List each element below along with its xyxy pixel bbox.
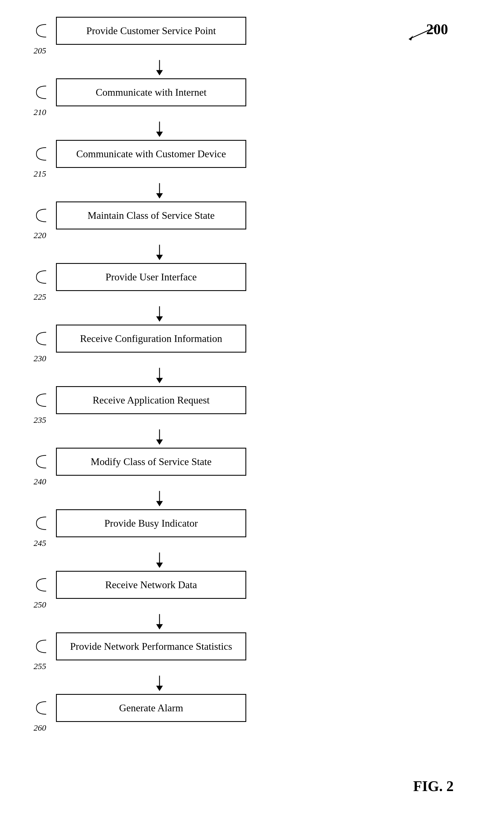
step-row-205: Provide Customer Service Point <box>34 17 263 45</box>
bracket-205 <box>34 23 49 39</box>
step-225: Provide User Interface225 <box>34 263 263 291</box>
svg-marker-13 <box>156 378 163 383</box>
step-number-220: 220 <box>34 231 46 240</box>
step-box-250: Receive Network Data <box>56 571 246 599</box>
arrow-205 <box>65 59 255 76</box>
step-245: Provide Busy Indicator245 <box>34 509 263 537</box>
step-255: Provide Network Performance Statistics25… <box>34 632 263 660</box>
step-number-235: 235 <box>34 415 46 425</box>
step-box-205: Provide Customer Service Point <box>56 17 246 45</box>
step-260: Generate Alarm260 <box>34 694 263 722</box>
ref-number: 200 <box>426 21 448 38</box>
svg-marker-9 <box>156 255 163 260</box>
arrow-240 <box>65 490 255 507</box>
step-box-210: Communicate with Internet <box>56 78 246 106</box>
svg-marker-11 <box>156 317 163 322</box>
step-row-255: Provide Network Performance Statistics <box>34 632 263 660</box>
step-205: Provide Customer Service Point205 <box>34 17 263 45</box>
svg-marker-17 <box>156 501 163 506</box>
step-box-230: Receive Configuration Information <box>56 325 246 353</box>
step-number-240: 240 <box>34 477 46 486</box>
step-row-245: Provide Busy Indicator <box>34 509 263 537</box>
arrow-220 <box>65 244 255 261</box>
bracket-260 <box>34 700 49 716</box>
arrow-225 <box>65 305 255 322</box>
flow-diagram: Provide Customer Service Point205 Commun… <box>34 17 263 722</box>
svg-marker-21 <box>156 624 163 630</box>
step-box-240: Modify Class of Service State <box>56 448 246 476</box>
svg-marker-19 <box>156 563 163 568</box>
step-250: Receive Network Data250 <box>34 571 263 599</box>
step-number-255: 255 <box>34 662 46 671</box>
step-215: Communicate with Customer Device215 <box>34 140 263 168</box>
step-row-220: Maintain Class of Service State <box>34 202 263 230</box>
step-number-260: 260 <box>34 723 46 733</box>
bracket-210 <box>34 85 49 100</box>
figure-ref: 200 <box>403 21 448 44</box>
step-220: Maintain Class of Service State220 <box>34 202 263 230</box>
step-box-260: Generate Alarm <box>56 694 246 722</box>
arrow-235 <box>65 429 255 446</box>
step-box-255: Provide Network Performance Statistics <box>56 632 246 660</box>
arrow-215 <box>65 182 255 199</box>
svg-marker-3 <box>156 70 163 76</box>
step-row-230: Receive Configuration Information <box>34 325 263 353</box>
arrow-250 <box>65 613 255 630</box>
bracket-220 <box>34 208 49 223</box>
bracket-255 <box>34 639 49 654</box>
arrow-230 <box>65 367 255 384</box>
step-number-210: 210 <box>34 108 46 117</box>
bracket-240 <box>34 454 49 469</box>
step-box-215: Communicate with Customer Device <box>56 140 246 168</box>
figure-label: FIG. 2 <box>413 778 454 794</box>
step-row-225: Provide User Interface <box>34 263 263 291</box>
step-235: Receive Application Request235 <box>34 386 263 414</box>
step-210: Communicate with Internet210 <box>34 78 263 106</box>
bracket-245 <box>34 516 49 531</box>
svg-marker-1 <box>409 36 413 41</box>
arrow-245 <box>65 552 255 569</box>
bracket-225 <box>34 270 49 285</box>
arrow-255 <box>65 675 255 692</box>
svg-marker-5 <box>156 132 163 137</box>
bracket-250 <box>34 577 49 593</box>
svg-marker-7 <box>156 193 163 199</box>
step-number-215: 215 <box>34 169 46 178</box>
svg-marker-23 <box>156 686 163 691</box>
step-box-225: Provide User Interface <box>56 263 246 291</box>
step-240: Modify Class of Service State240 <box>34 448 263 476</box>
step-row-240: Modify Class of Service State <box>34 448 263 476</box>
step-number-225: 225 <box>34 292 46 302</box>
bracket-215 <box>34 147 49 162</box>
svg-marker-15 <box>156 440 163 445</box>
step-row-215: Communicate with Customer Device <box>34 140 263 168</box>
step-number-230: 230 <box>34 354 46 363</box>
step-230: Receive Configuration Information230 <box>34 325 263 353</box>
step-box-220: Maintain Class of Service State <box>56 202 246 230</box>
step-row-235: Receive Application Request <box>34 386 263 414</box>
step-number-245: 245 <box>34 538 46 548</box>
diagram-container: 200 Provide Customer Service Point205 Co… <box>0 0 504 828</box>
step-box-245: Provide Busy Indicator <box>56 509 246 537</box>
arrow-210 <box>65 121 255 138</box>
step-box-235: Receive Application Request <box>56 386 246 414</box>
bracket-235 <box>34 392 49 408</box>
step-number-205: 205 <box>34 46 46 55</box>
step-row-210: Communicate with Internet <box>34 78 263 106</box>
step-number-250: 250 <box>34 600 46 610</box>
step-row-250: Receive Network Data <box>34 571 263 599</box>
step-row-260: Generate Alarm <box>34 694 263 722</box>
bracket-230 <box>34 331 49 346</box>
